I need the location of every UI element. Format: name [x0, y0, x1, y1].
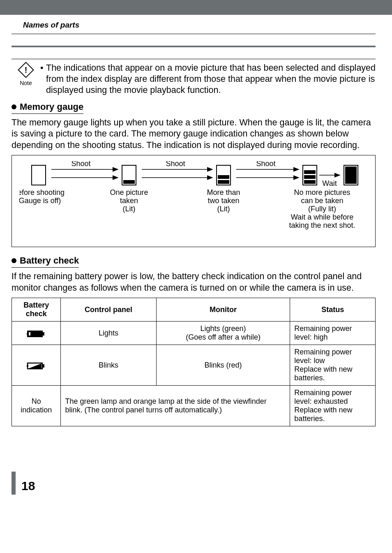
svg-rect-0: [32, 165, 46, 185]
cell-panel: Lights: [61, 322, 156, 345]
table-row: Blinks Blinks (red) Remaining power leve…: [12, 345, 376, 386]
table-row: Lights Lights (green) (Goes off after a …: [12, 322, 376, 345]
bullet-dot: •: [40, 62, 46, 96]
svg-text:No more pictures: No more pictures: [294, 188, 350, 197]
svg-text:can be taken: can be taken: [301, 197, 343, 205]
battery-full-icon: [12, 322, 61, 345]
divider: [12, 46, 376, 47]
cell-status: Remaining power level: exhausted Replace…: [290, 386, 376, 426]
note-block: ! Note • The indications that appear on …: [12, 59, 376, 96]
svg-text:One picture: One picture: [110, 188, 148, 197]
note-icon-column: ! Note: [12, 62, 40, 86]
bullet-icon: [12, 104, 16, 109]
memory-gauge-heading: Memory gauge: [12, 102, 83, 114]
svg-rect-11: [345, 167, 357, 184]
col-control-panel: Control panel: [61, 298, 156, 322]
svg-rect-8: [304, 175, 316, 179]
cell-merged: The green lamp and orange lamp at the si…: [61, 386, 290, 426]
cell-panel: Blinks: [61, 345, 156, 386]
svg-rect-38: [27, 365, 28, 367]
svg-text:(Fully lit): (Fully lit): [308, 205, 336, 213]
footer-bar-icon: [12, 472, 16, 495]
cell-no-indication: No indication: [12, 386, 61, 426]
heading-text: Memory gauge: [20, 102, 83, 112]
shoot-label-1: Shoot: [71, 161, 90, 168]
cell-status: Remaining power level: high: [290, 322, 376, 345]
battery-check-table: Battery check Control panel Monitor Stat…: [12, 298, 376, 426]
svg-rect-34: [27, 333, 28, 335]
svg-rect-2: [123, 180, 135, 184]
note-body: The indications that appear on a movie p…: [46, 62, 376, 96]
svg-rect-35: [29, 332, 30, 336]
shoot-label-2: Shoot: [166, 161, 185, 168]
svg-rect-4: [218, 180, 229, 184]
note-text: • The indications that appear on a movie…: [40, 62, 376, 96]
caution-icon: !: [18, 62, 34, 78]
svg-rect-37: [42, 364, 44, 368]
svg-text:Before shooting: Before shooting: [19, 188, 65, 197]
svg-text:(Lit): (Lit): [217, 205, 230, 213]
shoot-label-3: Shoot: [256, 161, 275, 168]
heading-text: Battery check: [20, 255, 79, 266]
page-footer: 18: [0, 472, 392, 495]
svg-rect-9: [304, 170, 316, 174]
svg-text:(Gauge is off): (Gauge is off): [19, 197, 61, 205]
section-name: Names of parts: [12, 15, 376, 34]
svg-text:(Lit): (Lit): [123, 205, 136, 213]
memory-gauge-paragraph: The memory gauge lights up when you take…: [12, 117, 376, 151]
battery-check-paragraph: If the remaining battery power is low, t…: [12, 271, 376, 294]
cell-status: Remaining power level: low Replace with …: [290, 345, 376, 386]
svg-text:two taken: two taken: [208, 197, 239, 205]
battery-low-icon: [12, 345, 61, 386]
svg-rect-33: [42, 332, 44, 336]
cell-monitor: Lights (green) (Goes off after a while): [156, 322, 290, 345]
header-bar: [0, 0, 392, 15]
col-battery-check: Battery check: [12, 298, 61, 322]
wait-label: Wait: [322, 179, 337, 187]
cell-monitor: Blinks (red): [156, 345, 290, 386]
table-header-row: Battery check Control panel Monitor Stat…: [12, 298, 376, 322]
memory-gauge-diagram: Shoot Shoot Shoot Wait Before shooting (…: [12, 155, 376, 247]
col-monitor: Monitor: [156, 298, 290, 322]
svg-text:taking the next shot.: taking the next shot.: [289, 221, 355, 229]
svg-text:Wait a while before: Wait a while before: [291, 213, 353, 221]
svg-rect-7: [304, 180, 316, 184]
page-number: 18: [21, 479, 35, 495]
table-row: No indication The green lamp and orange …: [12, 386, 376, 426]
col-status: Status: [290, 298, 376, 322]
svg-text:taken: taken: [120, 197, 138, 205]
svg-rect-5: [218, 175, 229, 179]
svg-text:More than: More than: [207, 188, 240, 197]
bullet-icon: [12, 258, 16, 263]
battery-check-heading: Battery check: [12, 255, 79, 268]
note-label: Note: [12, 80, 40, 86]
